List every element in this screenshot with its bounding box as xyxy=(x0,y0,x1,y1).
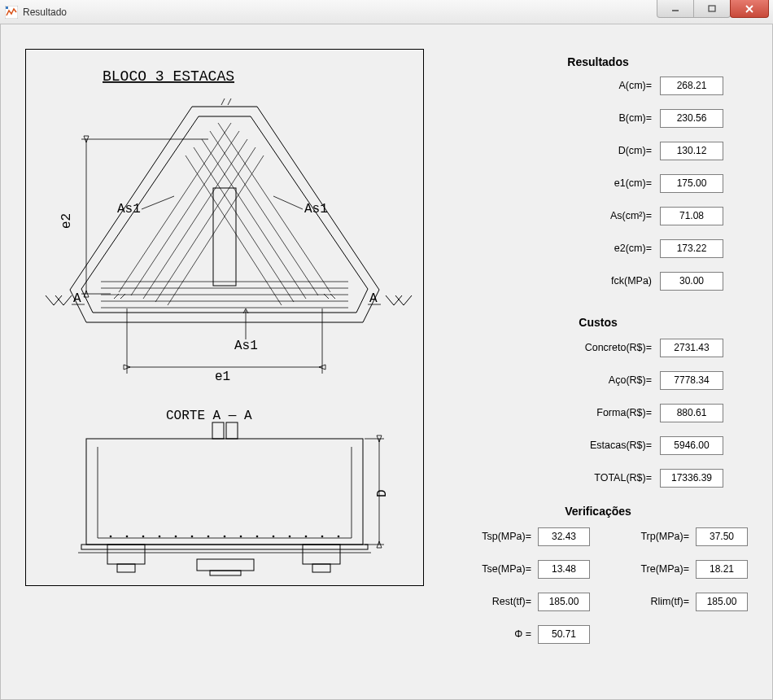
window-titlebar: Resultado xyxy=(0,0,773,24)
resultados-group: A(cm)= B(cm)= D(cm)= e1(cm)= As(cm²)= e2… xyxy=(520,75,723,291)
concreto-label: Concreto(R$)= xyxy=(585,342,652,353)
estacas-label: Estacas(R$)= xyxy=(590,440,652,451)
svg-point-57 xyxy=(305,536,308,538)
svg-point-49 xyxy=(175,536,177,538)
svg-line-11 xyxy=(202,139,306,299)
e1-label: e1(cm)= xyxy=(614,177,652,189)
svg-point-50 xyxy=(191,536,194,538)
svg-line-8 xyxy=(168,155,264,305)
svg-rect-39 xyxy=(212,422,224,439)
svg-point-53 xyxy=(240,536,242,538)
window-title: Resultado xyxy=(23,7,657,18)
svg-rect-40 xyxy=(226,422,238,439)
rest-field[interactable] xyxy=(538,593,590,611)
svg-point-46 xyxy=(126,536,129,538)
engineering-diagram: .thin { stroke:#000; stroke-width:1; fil… xyxy=(29,58,420,579)
rlim-label: Rlim(tf)= xyxy=(650,596,689,607)
fck-label: fck(MPa) xyxy=(611,275,652,287)
svg-text:A: A xyxy=(73,291,81,306)
svg-line-6 xyxy=(143,139,247,299)
as-label: As(cm²)= xyxy=(610,210,652,221)
svg-text:As1: As1 xyxy=(304,202,328,217)
b-label: B(cm)= xyxy=(618,112,652,124)
svg-point-54 xyxy=(256,536,259,538)
svg-rect-65 xyxy=(312,564,330,572)
e1-field[interactable] xyxy=(660,174,723,193)
aco-label: Aço(R$)= xyxy=(609,374,652,386)
svg-line-12 xyxy=(194,147,294,302)
verif-group: Tsp(MPa)= Trp(MPa)= Tse(MPa)= Tre(MPa)= … xyxy=(448,526,748,656)
svg-rect-63 xyxy=(210,571,241,575)
close-button[interactable] xyxy=(730,0,769,18)
total-field[interactable] xyxy=(660,469,723,488)
tre-field[interactable] xyxy=(696,560,748,579)
trp-label: Trp(MPa)= xyxy=(640,531,689,542)
svg-point-58 xyxy=(321,536,324,538)
svg-text:A: A xyxy=(369,291,378,306)
aco-field[interactable] xyxy=(660,371,723,390)
forma-label: Forma(R$)= xyxy=(596,407,652,418)
verif-heading: Verificações xyxy=(448,505,748,518)
rlim-field[interactable] xyxy=(696,593,748,611)
svg-point-47 xyxy=(142,536,145,538)
svg-text:D: D xyxy=(375,489,390,497)
window-controls xyxy=(657,0,768,24)
e2-field[interactable] xyxy=(660,239,723,258)
svg-point-59 xyxy=(338,536,340,538)
svg-rect-62 xyxy=(197,559,254,571)
svg-rect-3 xyxy=(709,6,715,11)
svg-point-51 xyxy=(207,536,210,538)
svg-line-10 xyxy=(210,131,318,295)
as-field[interactable] xyxy=(660,207,723,225)
custos-heading: Custos xyxy=(448,316,748,329)
diagram-heading: BLOCO 3 ESTACAS xyxy=(103,68,234,85)
svg-point-55 xyxy=(273,536,275,538)
content-area: .thin { stroke:#000; stroke-width:1; fil… xyxy=(0,24,773,700)
fck-field[interactable] xyxy=(660,272,723,291)
svg-rect-64 xyxy=(303,545,340,564)
diagram-panel: .thin { stroke:#000; stroke-width:1; fil… xyxy=(1,24,440,699)
a-label: A(cm)= xyxy=(618,80,652,91)
a-field[interactable] xyxy=(660,77,723,95)
estacas-field[interactable] xyxy=(660,436,723,455)
b-field[interactable] xyxy=(660,109,723,128)
maximize-button[interactable] xyxy=(693,0,731,18)
forma-field[interactable] xyxy=(660,404,723,422)
phi-field[interactable] xyxy=(538,625,590,644)
svg-point-56 xyxy=(289,536,291,538)
svg-line-13 xyxy=(186,155,282,305)
results-panel: Resultados A(cm)= B(cm)= D(cm)= e1(cm)= … xyxy=(440,24,772,699)
svg-rect-19 xyxy=(213,188,236,286)
tsp-label: Tsp(MPa)= xyxy=(482,531,531,542)
e2-label: e2(cm)= xyxy=(614,243,652,254)
svg-line-23 xyxy=(273,196,303,209)
rest-label: Rest(tf)= xyxy=(492,596,531,607)
tsp-field[interactable] xyxy=(538,527,590,546)
tre-label: Tre(MPa)= xyxy=(640,563,689,575)
d-field[interactable] xyxy=(660,142,723,160)
phi-label: Φ = xyxy=(514,628,531,640)
svg-rect-66 xyxy=(81,545,368,549)
total-label: TOTAL(R$)= xyxy=(594,472,652,483)
diagram-box: .thin { stroke:#000; stroke-width:1; fil… xyxy=(25,49,424,586)
svg-line-7 xyxy=(155,147,255,302)
svg-rect-61 xyxy=(117,564,135,572)
tse-label: Tse(MPa)= xyxy=(482,563,531,575)
svg-text:CORTE  A — A: CORTE A — A xyxy=(166,409,252,423)
svg-point-48 xyxy=(159,536,161,538)
tse-field[interactable] xyxy=(538,560,590,579)
svg-line-5 xyxy=(131,131,239,295)
svg-rect-1 xyxy=(6,7,8,9)
trp-field[interactable] xyxy=(696,527,748,546)
svg-rect-60 xyxy=(107,545,145,564)
svg-point-52 xyxy=(224,536,226,538)
concreto-field[interactable] xyxy=(660,339,723,357)
app-icon xyxy=(5,6,18,19)
svg-rect-41 xyxy=(86,439,363,545)
minimize-button[interactable] xyxy=(657,0,694,18)
svg-text:e1: e1 xyxy=(215,370,230,384)
resultados-heading: Resultados xyxy=(448,55,748,68)
svg-text:e2: e2 xyxy=(59,213,74,229)
svg-text:As1: As1 xyxy=(234,339,258,353)
svg-text:As1: As1 xyxy=(117,202,141,217)
